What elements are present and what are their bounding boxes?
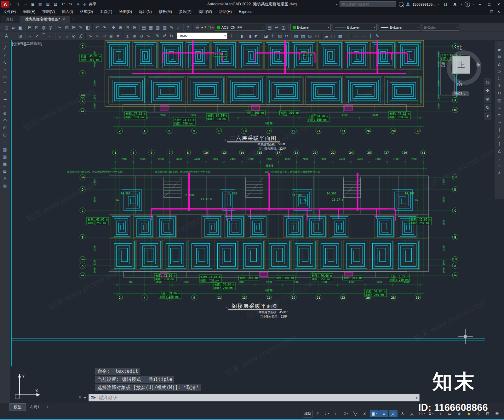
dim-style-icon[interactable]: ⊢ xyxy=(10,32,17,39)
open-icon[interactable]: ▱ xyxy=(10,24,17,31)
dim-text-edit-icon[interactable]: ✐ xyxy=(161,32,168,39)
search-input[interactable] xyxy=(340,1,396,7)
layer-unlock-icon[interactable]: ¬ xyxy=(211,26,213,29)
dim-space-icon[interactable]: ≣ xyxy=(108,32,115,39)
cut-icon[interactable]: ✂ xyxy=(57,24,64,31)
show-motion-icon[interactable]: ▾ xyxy=(484,112,491,120)
redo-icon[interactable]: ↷ xyxy=(101,24,108,31)
multiline-text-icon[interactable]: A xyxy=(1,175,9,182)
menu-视图V[interactable]: 视图(V) xyxy=(39,9,58,15)
dim-angular-icon[interactable]: ∠ xyxy=(77,32,84,39)
dim-baseline-icon[interactable]: ≡ xyxy=(94,32,101,39)
donut-icon[interactable]: ◎ xyxy=(1,182,9,189)
tool-palettes-icon[interactable]: ▥ xyxy=(154,24,161,31)
command-grip[interactable]: ⁞ xyxy=(76,396,77,399)
copy-icon[interactable]: ⊠ xyxy=(495,53,503,60)
measure-cmd-icon[interactable]: ∷ xyxy=(360,32,367,39)
status-autoscale[interactable]: 人 xyxy=(398,410,407,417)
polygon-icon[interactable]: ⌂ xyxy=(1,66,9,73)
gradient-icon[interactable]: ▥ xyxy=(1,153,9,160)
revision-cloud-icon[interactable]: ☁ xyxy=(1,95,9,102)
dim-diameter-icon[interactable]: ⊘ xyxy=(71,32,77,39)
add-layout-button[interactable]: + xyxy=(46,404,49,410)
explode-icon[interactable]: ✳ xyxy=(495,169,503,176)
new-icon[interactable]: ▯ xyxy=(14,1,21,8)
apps-caret-icon[interactable]: ▾ xyxy=(461,3,462,6)
help-icon[interactable]: ? xyxy=(185,24,192,31)
wipeout-icon[interactable]: ▭ xyxy=(313,32,320,39)
match-properties-icon[interactable]: ✎ xyxy=(77,24,84,31)
insert-block-icon[interactable]: ⊞ xyxy=(1,124,9,131)
undo-icon[interactable]: ↶ xyxy=(60,1,66,8)
menu-格式O[interactable]: 格式(O) xyxy=(77,9,96,15)
divide-icon[interactable]: ∴ xyxy=(353,32,360,39)
save-icon[interactable]: ▣ xyxy=(30,1,36,8)
publish-icon[interactable]: ◍ xyxy=(40,24,47,31)
clip-icon[interactable]: ✂ xyxy=(283,32,290,39)
dim-center-icon[interactable]: ⊕ xyxy=(131,32,138,39)
share-view-icon[interactable]: ◎ xyxy=(47,24,54,31)
edit-block-icon[interactable]: ◧ xyxy=(84,24,91,31)
tab-start[interactable]: 开始 xyxy=(1,16,19,23)
layer-properties-icon[interactable]: ☰ xyxy=(194,24,201,31)
zoom-nav-icon[interactable]: ⊕ xyxy=(484,95,491,103)
dim-edit-icon[interactable]: ✎ xyxy=(154,32,161,39)
multiline-icon[interactable]: ∥ xyxy=(367,32,374,39)
fillet-icon[interactable]: ◞ xyxy=(495,155,503,162)
status-snap-mode[interactable]: ∷▾ xyxy=(323,410,331,417)
menu-工具T[interactable]: 工具(T) xyxy=(96,9,116,15)
menu-编辑E[interactable]: 编辑(E) xyxy=(19,9,39,15)
spline-icon[interactable]: ∽ xyxy=(1,102,9,110)
dim-arc-icon[interactable]: ⌒ xyxy=(40,32,47,39)
doc-close-button[interactable]: ✕ xyxy=(495,10,502,14)
menu-Express[interactable]: Express xyxy=(235,9,256,15)
table-insert-icon[interactable]: ⊞ xyxy=(306,32,313,39)
move-ref-icon[interactable]: ✛ xyxy=(269,32,276,39)
menu-插入I[interactable]: 插入(I) xyxy=(58,9,76,15)
layer-vpfreeze-icon[interactable]: ▢ xyxy=(208,25,211,29)
user-avatar-icon[interactable] xyxy=(406,3,410,6)
menu-窗口W[interactable]: 窗口(W) xyxy=(195,9,215,15)
table-icon[interactable]: ⊟ xyxy=(1,168,9,175)
status-grid-display[interactable]: # xyxy=(313,410,322,417)
layer-states-button[interactable]: ▤ xyxy=(266,24,273,31)
status-customization[interactable]: ☰ xyxy=(493,410,501,417)
doc-minimize-button[interactable]: – xyxy=(481,10,488,14)
rectangle-icon[interactable]: ▭ xyxy=(1,73,9,81)
line-icon[interactable]: ╱ xyxy=(1,44,9,52)
doc-restore-button[interactable]: ❐ xyxy=(488,10,495,14)
new-tab-button[interactable]: + xyxy=(72,16,74,23)
trim-icon[interactable]: ✂ xyxy=(495,111,503,118)
command-input[interactable] xyxy=(98,394,415,401)
toolbar-grip[interactable]: ⁞ xyxy=(237,34,238,37)
plot-preview-icon[interactable]: ⊡ xyxy=(33,24,40,31)
toolbar-grip[interactable]: ≡ xyxy=(4,41,6,44)
block-insert-icon[interactable]: ◨ xyxy=(246,32,253,39)
viewport-controls[interactable]: [-][俯视][二维线框] xyxy=(12,41,42,46)
wcs-dropdown[interactable]: WCS ⌄ xyxy=(452,91,469,96)
lineweight-combo[interactable]: ByLayer▾ xyxy=(379,24,420,31)
viewcube-east[interactable]: 东 xyxy=(476,61,481,68)
polyline-icon[interactable]: ∿ xyxy=(1,59,9,66)
dim-break-icon[interactable]: ≠ xyxy=(115,32,122,39)
layer-isolate-button[interactable]: ◫ xyxy=(280,24,287,31)
plot-icon[interactable]: ⊟ xyxy=(26,24,33,31)
menu-文件F[interactable]: 文件(F) xyxy=(0,9,19,15)
toolbar-grip[interactable]: ⁞ xyxy=(1,26,2,29)
status-lineweight-display[interactable]: ≡ xyxy=(379,410,388,417)
help-icon[interactable]: ? xyxy=(465,2,470,7)
circle-icon[interactable]: ○ xyxy=(1,88,9,95)
revision-cloud-icon[interactable]: ☁ xyxy=(323,32,330,39)
user-caret-icon[interactable]: ▾ xyxy=(438,3,439,6)
point-style-icon[interactable]: ∙ xyxy=(344,32,351,39)
status-object-snap[interactable]: ▣▾ xyxy=(370,410,379,417)
offset-icon[interactable]: ⊃ xyxy=(495,68,503,75)
dimstyle-combo[interactable]: DIMN▾ xyxy=(177,32,227,39)
close-button[interactable]: ✕ xyxy=(495,2,502,7)
annotate-icon[interactable]: ✎ xyxy=(374,32,381,39)
plot-icon[interactable]: ⊟ xyxy=(52,1,59,8)
stretch-icon[interactable]: ↘ xyxy=(495,104,503,111)
share-label[interactable]: 共享 xyxy=(89,2,96,7)
tab-document[interactable]: 潍坊某住宅楼地暖图*× xyxy=(20,16,70,23)
dim-jogged-icon[interactable]: ◞ xyxy=(64,32,71,39)
